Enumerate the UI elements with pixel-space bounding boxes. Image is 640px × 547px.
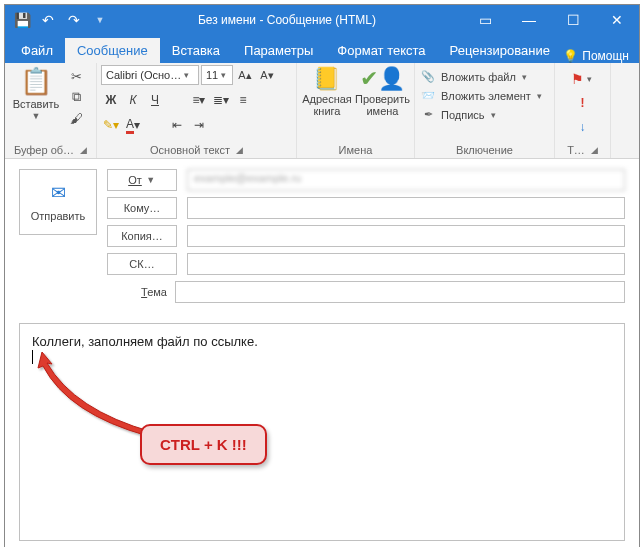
tab-options[interactable]: Параметры [232,38,325,63]
save-icon[interactable]: 💾 [11,9,33,31]
bullets-icon[interactable]: ≡▾ [189,90,209,110]
names-group-label: Имена [339,144,373,156]
redo-icon[interactable]: ↷ [63,9,85,31]
compose-header: ✉ Отправить От▼ Кому… Копия… СК… example… [5,159,639,313]
attach-item-icon: 📨 [419,89,437,102]
subject-field[interactable] [175,281,625,303]
tab-file[interactable]: Файл [9,38,65,63]
callout: CTRL + K !!! [140,424,267,465]
to-field[interactable] [187,197,625,219]
dialog-launcher-icon[interactable]: ◢ [236,145,243,155]
follow-up-flag-button[interactable]: ⚑▾ [571,69,594,89]
group-font: Calibri (Осно…▾ 11▾ A▴ A▾ Ж К Ч ≡▾ ≣▾ ≡ [97,63,297,158]
send-icon: ✉ [51,182,66,204]
paste-icon: 📋 [20,67,52,96]
from-button[interactable]: От▼ [107,169,177,191]
titlebar: 💾 ↶ ↷ ▼ Без имени - Сообщение (HTML) ▭ —… [5,5,639,35]
group-include: 📎 Вложить файл▾ 📨 Вложить элемент▾ ✒ Под… [415,63,555,158]
attach-item-button[interactable]: 📨 Вложить элемент▾ [419,88,550,103]
check-names-icon: ✔👤 [360,67,405,91]
paperclip-icon: 📎 [419,70,437,83]
flag-icon: ⚑ [571,71,584,87]
address-book-button[interactable]: 📒 Адресная книга [301,65,353,117]
cc-button[interactable]: Копия… [107,225,177,247]
cc-field[interactable] [187,225,625,247]
font-group-label: Основной текст [150,144,230,156]
tab-review[interactable]: Рецензирование [438,38,562,63]
align-icon[interactable]: ≡ [233,90,253,110]
attach-file-button[interactable]: 📎 Вложить файл▾ [419,69,550,84]
font-name-select[interactable]: Calibri (Осно…▾ [101,65,199,85]
include-group-label: Включение [456,144,513,156]
send-button[interactable]: ✉ Отправить [19,169,97,235]
subject-label: Тема [19,286,167,298]
tab-insert[interactable]: Вставка [160,38,232,63]
to-button[interactable]: Кому… [107,197,177,219]
low-importance-button[interactable]: ↓ [573,117,593,137]
message-body[interactable]: Коллеги, заполняем файл по ссылке. CTRL … [19,323,625,541]
group-clipboard: 📋 Вставить ▼ ✂ ⧉ 🖌 Буфер об… ◢ [5,63,97,158]
chevron-down-icon: ▼ [31,112,41,122]
font-size-select[interactable]: 11▾ [201,65,233,85]
tab-message[interactable]: Сообщение [65,38,160,63]
format-painter-icon[interactable]: 🖌 [65,109,87,127]
body-text: Коллеги, заполняем файл по ссылке. [32,334,612,349]
bcc-field[interactable] [187,253,625,275]
highlight-icon[interactable]: ✎▾ [101,115,121,135]
clipboard-group-label: Буфер об… [14,144,74,156]
outdent-icon[interactable]: ⇤ [167,115,187,135]
ribbon-display-icon[interactable]: ▭ [463,5,507,35]
signature-button[interactable]: ✒ Подпись▾ [419,107,550,122]
bold-button[interactable]: Ж [101,90,121,110]
copy-icon[interactable]: ⧉ [65,88,87,106]
shrink-font-icon[interactable]: A▾ [257,65,277,85]
numbering-icon[interactable]: ≣▾ [211,90,231,110]
ribbon: 📋 Вставить ▼ ✂ ⧉ 🖌 Буфер об… ◢ [5,63,639,159]
tell-me-help[interactable]: 💡 Помощн [563,49,639,63]
from-field[interactable]: example@example.ru [187,169,625,191]
text-cursor [32,350,33,364]
cut-icon[interactable]: ✂ [65,67,87,85]
grow-font-icon[interactable]: A▴ [235,65,255,85]
indent-icon[interactable]: ⇥ [189,115,209,135]
bcc-button[interactable]: СК… [107,253,177,275]
paste-button[interactable]: 📋 Вставить ▼ [9,65,63,122]
tags-group-label: Т… [567,144,585,156]
window-title: Без имени - Сообщение (HTML) [111,13,463,27]
font-color-icon[interactable]: A▾ [123,115,143,135]
tab-format[interactable]: Формат текста [325,38,437,63]
callout-text: CTRL + K !!! [140,424,267,465]
underline-button[interactable]: Ч [145,90,165,110]
group-tags: ⚑▾ ! ↓ Т… ◢ [555,63,611,158]
dialog-launcher-icon[interactable]: ◢ [80,145,87,155]
italic-button[interactable]: К [123,90,143,110]
close-icon[interactable]: ✕ [595,5,639,35]
signature-icon: ✒ [419,108,437,121]
group-names: 📒 Адресная книга ✔👤 Проверить имена Имен… [297,63,415,158]
minimize-icon[interactable]: — [507,5,551,35]
message-window: 💾 ↶ ↷ ▼ Без имени - Сообщение (HTML) ▭ —… [4,4,640,547]
bulb-icon: 💡 [563,49,578,63]
address-book-icon: 📒 [313,67,340,91]
qat-dropdown-icon[interactable]: ▼ [89,9,111,31]
undo-icon[interactable]: ↶ [37,9,59,31]
maximize-icon[interactable]: ☐ [551,5,595,35]
dialog-launcher-icon[interactable]: ◢ [591,145,598,155]
high-importance-button[interactable]: ! [573,93,593,113]
ribbon-tabs: Файл Сообщение Вставка Параметры Формат … [5,35,639,63]
check-names-button[interactable]: ✔👤 Проверить имена [355,65,410,117]
